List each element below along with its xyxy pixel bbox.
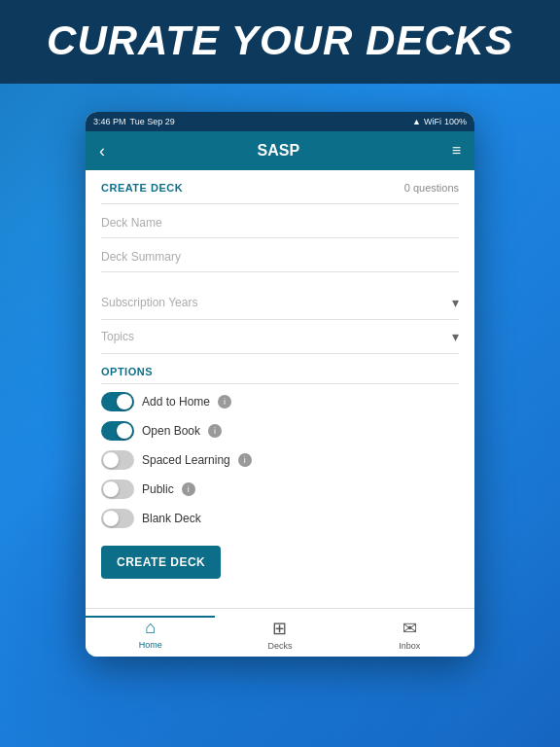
deck-summary-group xyxy=(101,242,459,272)
nav-decks[interactable]: ⊞ Decks xyxy=(215,616,344,651)
top-banner: CURATE YOUR DECKS xyxy=(0,0,560,84)
options-header: OPTIONS xyxy=(101,366,459,377)
status-date: Tue Sep 29 xyxy=(130,117,175,126)
deck-name-group xyxy=(101,208,459,238)
subscription-years-label: Subscription Years xyxy=(101,296,197,309)
questions-count: 0 questions xyxy=(404,182,459,194)
open-book-toggle[interactable] xyxy=(101,421,134,441)
nav-home[interactable]: ⌂ Home xyxy=(86,616,215,650)
status-battery: 100% xyxy=(444,117,467,126)
add-to-home-info[interactable]: i xyxy=(218,395,231,409)
nav-home-label: Home xyxy=(139,640,162,650)
app-header: ‹ SASP ≡ xyxy=(86,131,474,170)
subscription-years-arrow: ▾ xyxy=(452,295,459,310)
public-row: Public i xyxy=(101,480,459,499)
spaced-learning-info[interactable]: i xyxy=(238,453,252,467)
open-book-label: Open Book xyxy=(142,424,200,438)
open-book-row: Open Book i xyxy=(101,421,459,441)
nav-inbox[interactable]: ✉ Inbox xyxy=(345,616,474,651)
deck-name-input[interactable] xyxy=(101,208,459,238)
content-area: CREATE DECK 0 questions Subscription Yea… xyxy=(86,170,474,608)
spaced-learning-row: Spaced Learning i xyxy=(101,450,459,470)
nav-decks-label: Decks xyxy=(267,641,292,651)
spaced-learning-label: Spaced Learning xyxy=(142,453,230,467)
app-title: SASP xyxy=(258,142,300,160)
create-deck-button[interactable]: CREATE DECK xyxy=(101,546,221,579)
public-label: Public xyxy=(142,482,174,496)
home-icon: ⌂ xyxy=(145,618,156,638)
public-info[interactable]: i xyxy=(182,482,195,496)
back-button[interactable]: ‹ xyxy=(99,141,105,161)
inbox-icon: ✉ xyxy=(402,618,417,639)
add-to-home-toggle[interactable] xyxy=(101,392,134,411)
status-bar: 3:46 PM Tue Sep 29 ▲ WiFi 100% xyxy=(86,112,474,131)
create-deck-header: CREATE DECK 0 questions xyxy=(101,182,459,194)
status-signal: ▲ xyxy=(412,117,421,126)
deck-summary-input[interactable] xyxy=(101,242,459,272)
add-to-home-row: Add to Home i xyxy=(101,392,459,411)
status-wifi: WiFi xyxy=(424,117,441,126)
bottom-nav: ⌂ Home ⊞ Decks ✉ Inbox xyxy=(86,608,474,657)
subscription-years-dropdown[interactable]: Subscription Years ▾ xyxy=(101,286,459,320)
topics-label: Topics xyxy=(101,330,134,343)
add-to-home-label: Add to Home xyxy=(142,395,210,409)
open-book-info[interactable]: i xyxy=(208,424,222,438)
create-deck-label: CREATE DECK xyxy=(101,182,183,194)
topics-arrow: ▾ xyxy=(452,329,459,344)
nav-inbox-label: Inbox xyxy=(399,641,420,651)
status-time: 3:46 PM xyxy=(93,117,126,126)
banner-title: CURATE YOUR DECKS xyxy=(19,18,541,64)
blank-deck-label: Blank Deck xyxy=(142,512,201,525)
device-frame: 3:46 PM Tue Sep 29 ▲ WiFi 100% ‹ SASP ≡ … xyxy=(86,112,474,657)
spaced-learning-toggle[interactable] xyxy=(101,450,134,470)
options-divider xyxy=(101,383,459,384)
public-toggle[interactable] xyxy=(101,480,134,499)
blank-deck-row: Blank Deck xyxy=(101,509,459,528)
decks-icon: ⊞ xyxy=(272,618,287,639)
menu-button[interactable]: ≡ xyxy=(452,142,461,160)
topics-dropdown[interactable]: Topics ▾ xyxy=(101,320,459,354)
header-divider xyxy=(101,203,459,204)
blank-deck-toggle[interactable] xyxy=(101,509,134,528)
